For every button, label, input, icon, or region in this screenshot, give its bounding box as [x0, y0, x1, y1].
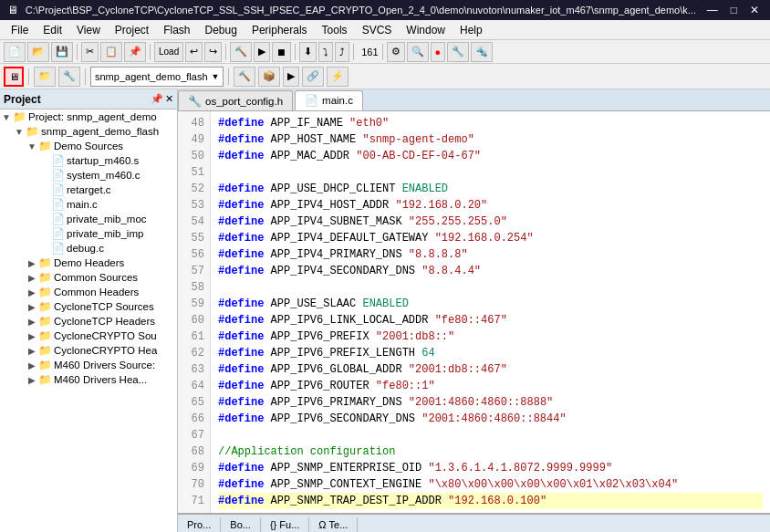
code-content[interactable]: #define APP_IF_NAME "eth0"#define APP_HO…: [211, 111, 770, 513]
tb2-btn7[interactable]: ⚡: [327, 67, 349, 87]
menu-item-flash[interactable]: Flash: [156, 22, 197, 38]
line-number-51: 51: [183, 164, 204, 181]
tab-main-c[interactable]: 📄main.c: [295, 90, 363, 110]
expand-icon-demo-sources: ▼: [26, 141, 38, 151]
project-dropdown[interactable]: snmp_agent_demo_flash ▼: [90, 67, 224, 87]
tb2-btn6[interactable]: 🔗: [302, 67, 324, 87]
bottom-tab-1[interactable]: Bo...: [221, 517, 261, 532]
tree-icon-debug: 📄: [51, 242, 65, 255]
menu-item-file[interactable]: File: [4, 22, 36, 38]
bottom-tab-0[interactable]: Pro...: [178, 517, 221, 532]
bottom-tab-label-2: {} Fu...: [270, 519, 299, 530]
tree-item-demo-headers[interactable]: ▶📁Demo Headers: [0, 256, 177, 270]
maximize-button[interactable]: □: [727, 4, 741, 16]
bottom-tab-label-1: Bo...: [230, 519, 251, 530]
settings-button[interactable]: ⚙: [387, 42, 405, 62]
expand-icon-common-headers: ▶: [26, 287, 38, 297]
tree-item-private_mib_imp[interactable]: 📄private_mib_imp: [0, 226, 177, 241]
tool-btn1[interactable]: 🔧: [447, 42, 469, 62]
menu-item-view[interactable]: View: [69, 22, 108, 38]
line-number-70: 70: [183, 476, 204, 493]
tab-icon-0: 🔧: [188, 95, 202, 108]
menu-item-help[interactable]: Help: [453, 22, 490, 38]
load-button[interactable]: Load: [154, 42, 183, 62]
tb2-btn4[interactable]: 📦: [258, 67, 280, 87]
tb2-btn3[interactable]: 🔨: [234, 67, 255, 87]
tab-bar: 🔧os_port_config.h📄main.c: [178, 89, 770, 111]
tree-item-m460-drivers[interactable]: ▶📁M460 Drivers Source:: [0, 358, 177, 372]
tree-item-cyclone-sources[interactable]: ▶📁CycloneTCP Sources: [0, 299, 177, 314]
tree-item-retarget[interactable]: 📄retarget.c: [0, 183, 177, 197]
menu-item-project[interactable]: Project: [108, 22, 156, 38]
tree-item-m460-drivers2[interactable]: ▶📁M460 Drivers Hea...: [0, 372, 177, 387]
line-number-62: 62: [183, 345, 204, 361]
redo-button[interactable]: ↪: [204, 42, 222, 62]
menu-item-edit[interactable]: Edit: [36, 22, 69, 38]
tree-item-flash[interactable]: ▼📁snmp_agent_demo_flash: [0, 124, 177, 139]
tree-item-cyclone-headers[interactable]: ▶📁CycloneTCP Headers: [0, 314, 177, 329]
tb2-btn1[interactable]: 📁: [34, 67, 56, 87]
stepout-button[interactable]: ⤴: [335, 42, 349, 62]
step-button[interactable]: ⬇: [299, 42, 317, 62]
menu-item-debug[interactable]: Debug: [198, 22, 245, 38]
paste-button[interactable]: 📌: [124, 42, 146, 62]
tree-icon-root: 📁: [13, 110, 26, 123]
minimize-button[interactable]: —: [703, 4, 722, 16]
open-button[interactable]: 📂: [27, 42, 49, 62]
tree-icon-flash: 📁: [26, 125, 39, 138]
stepover-button[interactable]: ⤵: [318, 42, 333, 62]
cut-button[interactable]: ✂: [81, 42, 99, 62]
line-number-55: 55: [183, 230, 204, 246]
bottom-tab-2[interactable]: {} Fu...: [261, 517, 309, 532]
debug-button[interactable]: ▶: [254, 42, 270, 62]
tree-label-debug: debug.c: [67, 243, 104, 254]
menu-item-window[interactable]: Window: [399, 22, 453, 38]
tree-label-cyclone-crypto: CycloneCRYPTO Sou: [54, 330, 157, 341]
tree-item-startup[interactable]: 📄startup_m460.s: [0, 153, 177, 168]
tree-item-demo-sources[interactable]: ▼📁Demo Sources: [0, 139, 177, 153]
line-number-48: 48: [183, 115, 204, 131]
tree-item-private_mib_mod[interactable]: 📄private_mib_moc: [0, 212, 177, 226]
tb2-btn5[interactable]: ▶: [283, 67, 299, 87]
tree-item-common-sources[interactable]: ▶📁Common Sources: [0, 270, 177, 285]
build-button[interactable]: 🔨: [230, 42, 252, 62]
stop-button[interactable]: ⏹: [272, 42, 291, 62]
tab-label-0: os_port_config.h: [205, 96, 283, 107]
tree-icon-common-sources: 📁: [38, 271, 52, 284]
tree-icon-cyclone-sources: 📁: [38, 300, 52, 313]
highlighted-tool-button[interactable]: 🖥: [4, 67, 24, 87]
title-bar-title: C:\Project\BSP_CycloneTCP\CycloneTCP_SSL…: [18, 5, 703, 16]
undo-button[interactable]: ↩: [185, 42, 203, 62]
line-number-57: 57: [183, 263, 204, 279]
red-dot[interactable]: ●: [431, 42, 446, 62]
tree-item-root[interactable]: ▼📁Project: snmp_agent_demo: [0, 110, 177, 124]
copy-button[interactable]: 📋: [100, 42, 122, 62]
tree-label-flash: snmp_agent_demo_flash: [41, 126, 159, 137]
tree-item-common-headers[interactable]: ▶📁Common Headers: [0, 285, 177, 299]
menu-item-svcs[interactable]: SVCS: [355, 22, 400, 38]
tree-item-cyclone-crypto-h[interactable]: ▶📁CycloneCRYPTO Hea: [0, 343, 177, 358]
project-panel-close[interactable]: ✕: [165, 93, 173, 105]
tree-item-debug[interactable]: 📄debug.c: [0, 241, 177, 256]
tree-item-cyclone-crypto[interactable]: ▶📁CycloneCRYPTO Sou: [0, 329, 177, 343]
close-button[interactable]: ✕: [746, 4, 763, 16]
tree-item-main[interactable]: 📄main.c: [0, 197, 177, 212]
sep1: [77, 44, 78, 60]
sep2: [150, 44, 151, 60]
tree-label-main: main.c: [67, 199, 98, 210]
new-button[interactable]: 📄: [4, 42, 26, 62]
find-button[interactable]: 🔍: [407, 42, 429, 62]
tree-label-cyclone-headers: CycloneTCP Headers: [54, 316, 155, 327]
tree-item-system[interactable]: 📄system_m460.c: [0, 168, 177, 183]
bottom-tab-3[interactable]: Ω Te...: [309, 517, 358, 532]
menu-item-peripherals[interactable]: Peripherals: [245, 22, 315, 38]
tree-label-common-headers: Common Headers: [54, 287, 139, 297]
tb2-btn2[interactable]: 🔧: [58, 67, 80, 87]
menu-item-tools[interactable]: Tools: [315, 22, 355, 38]
tab-os-port-config-h[interactable]: 🔧os_port_config.h: [178, 90, 293, 110]
line-number-68: 68: [183, 443, 204, 460]
save-button[interactable]: 💾: [51, 42, 73, 62]
bottom-tabs: Pro...Bo...{} Fu...Ω Te...: [178, 515, 770, 532]
tool-btn2[interactable]: 🔩: [471, 42, 493, 62]
project-panel-pin[interactable]: 📌: [151, 93, 163, 105]
